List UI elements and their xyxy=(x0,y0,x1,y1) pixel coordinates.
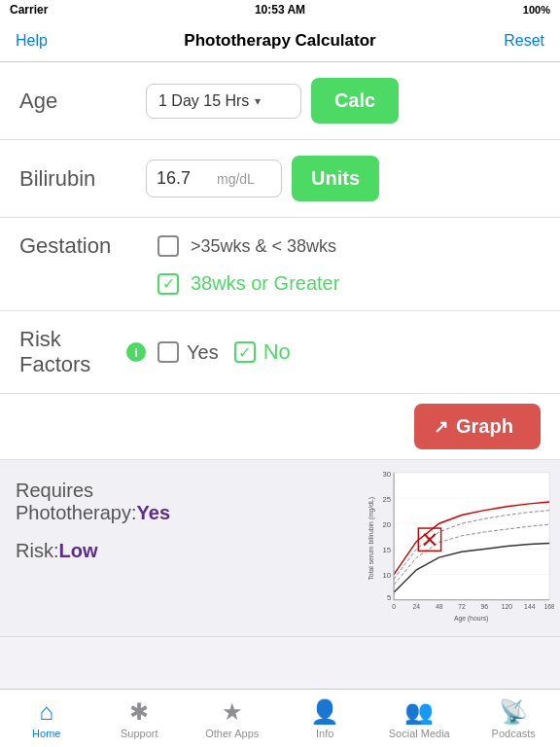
tab-other-apps[interactable]: ★ Other Apps xyxy=(203,698,262,739)
svg-text:10: 10 xyxy=(383,571,392,580)
gestation-section: Gestation >35wks & < 38wks ✓ 38wks or Gr… xyxy=(0,218,560,311)
svg-text:168: 168 xyxy=(543,603,554,610)
gestation-row-2: ✓ 38wks or Greater xyxy=(158,272,541,295)
svg-text:20: 20 xyxy=(383,520,392,529)
calc-button[interactable]: Calc xyxy=(311,78,399,124)
risk-row: Risk Factors i Yes ✓ No xyxy=(19,327,541,377)
risk-options: Yes ✓ No xyxy=(158,339,291,365)
gestation-option2-checkbox[interactable]: ✓ xyxy=(158,273,179,295)
nav-bar: Help Phototherapy Calculator Reset xyxy=(0,19,560,62)
podcasts-icon: 📡 xyxy=(499,698,528,726)
bilirubin-input-wrap: mg/dL xyxy=(146,160,282,197)
tab-podcasts-label: Podcasts xyxy=(492,728,536,739)
tab-info-label: Info xyxy=(316,728,333,739)
graph-label: Graph xyxy=(456,415,513,438)
svg-rect-0 xyxy=(394,473,549,600)
tab-other-apps-label: Other Apps xyxy=(205,728,259,739)
graph-button-row: ↗ Graph xyxy=(0,394,560,460)
support-icon: ✱ xyxy=(129,698,149,726)
gestation-option2-label: 38wks or Greater xyxy=(191,272,339,295)
tab-social-media-label: Social Media xyxy=(389,728,450,739)
page-title: Phototherapy Calculator xyxy=(184,31,375,51)
results-text: RequiresPhototherapy:Yes Risk:Low xyxy=(0,460,366,636)
bilirubin-controls: mg/dL Units xyxy=(146,156,541,201)
tab-support-label: Support xyxy=(121,728,158,739)
age-dropdown[interactable]: 1 Day 15 Hrs ▾ xyxy=(146,84,301,119)
tab-social-media[interactable]: 👥 Social Media xyxy=(389,698,450,739)
svg-text:24: 24 xyxy=(413,603,421,610)
phototherapy-value: Yes xyxy=(137,502,170,523)
age-value: 1 Day 15 Hrs xyxy=(158,92,249,110)
risk-yes-label: Yes xyxy=(187,341,219,364)
tab-podcasts[interactable]: 📡 Podcasts xyxy=(484,698,542,739)
svg-text:72: 72 xyxy=(458,603,466,610)
info-icon[interactable]: i xyxy=(126,342,146,362)
graph-icon: ↗ xyxy=(434,416,448,438)
bilirubin-row: Bilirubin mg/dL Units xyxy=(0,140,560,218)
time-label: 10:53 AM xyxy=(255,3,305,17)
gestation-option1-label: >35wks & < 38wks xyxy=(191,236,336,257)
risk-no-label: No xyxy=(263,339,291,365)
bilirubin-label: Bilirubin xyxy=(19,166,146,192)
age-controls: 1 Day 15 Hrs ▾ Calc xyxy=(146,78,541,124)
gestation-option1-checkbox[interactable] xyxy=(158,235,179,257)
svg-text:96: 96 xyxy=(480,603,488,610)
bilirubin-input[interactable] xyxy=(157,168,215,189)
risk-no-checkbox[interactable]: ✓ xyxy=(234,341,256,363)
chart-area: 30 25 20 15 10 5 0 24 48 72 96 120 144 1… xyxy=(366,460,560,636)
svg-text:48: 48 xyxy=(436,603,443,610)
svg-text:120: 120 xyxy=(502,603,513,610)
age-label: Age xyxy=(19,89,146,114)
main-content: Age 1 Day 15 Hrs ▾ Calc Bilirubin mg/dL … xyxy=(0,62,560,637)
battery-label: 100% xyxy=(523,4,550,16)
gestation-row-1: Gestation >35wks & < 38wks xyxy=(19,233,541,259)
phototherapy-result: RequiresPhototherapy:Yes xyxy=(16,480,350,524)
risk-yes-option: Yes xyxy=(158,341,219,364)
status-bar: Carrier 10:53 AM 100% xyxy=(0,0,560,19)
results-section: RequiresPhototherapy:Yes Risk:Low 30 25 … xyxy=(0,460,560,637)
svg-text:Age (hours): Age (hours) xyxy=(454,615,488,622)
social-media-icon: 👥 xyxy=(404,698,434,726)
bilirubin-chart: 30 25 20 15 10 5 0 24 48 72 96 120 144 1… xyxy=(366,466,554,630)
carrier-label: Carrier xyxy=(10,3,48,17)
info-tab-icon: 👤 xyxy=(310,698,339,726)
chevron-down-icon: ▾ xyxy=(255,94,261,108)
risk-value: Low xyxy=(58,540,97,561)
svg-text:0: 0 xyxy=(392,603,396,610)
risk-factors-label: Risk Factors xyxy=(19,327,122,377)
tab-home[interactable]: ⌂ Home xyxy=(18,698,76,739)
tab-info[interactable]: 👤 Info xyxy=(296,698,354,739)
home-icon: ⌂ xyxy=(40,698,54,726)
risk-result: Risk:Low xyxy=(16,540,350,562)
svg-text:30: 30 xyxy=(383,470,392,479)
svg-text:25: 25 xyxy=(383,495,392,504)
tab-support[interactable]: ✱ Support xyxy=(110,698,168,739)
risk-yes-checkbox[interactable] xyxy=(158,341,179,363)
other-apps-icon: ★ xyxy=(222,698,243,726)
risk-label-wrap: Risk Factors i xyxy=(19,327,146,377)
bilirubin-unit: mg/dL xyxy=(217,171,255,187)
svg-text:Total serum bilirubin (mg/dL): Total serum bilirubin (mg/dL) xyxy=(368,497,375,581)
units-button[interactable]: Units xyxy=(292,156,379,201)
tab-bar: ⌂ Home ✱ Support ★ Other Apps 👤 Info 👥 S… xyxy=(0,689,560,747)
age-row: Age 1 Day 15 Hrs ▾ Calc xyxy=(0,62,560,140)
gestation-label: Gestation xyxy=(19,233,146,259)
graph-button[interactable]: ↗ Graph xyxy=(414,404,541,449)
tab-home-label: Home xyxy=(32,728,60,739)
reset-button[interactable]: Reset xyxy=(504,32,544,50)
svg-text:144: 144 xyxy=(524,603,536,610)
help-button[interactable]: Help xyxy=(16,32,48,50)
svg-text:5: 5 xyxy=(387,593,391,602)
risk-no-option: ✓ No xyxy=(234,339,291,365)
risk-section: Risk Factors i Yes ✓ No xyxy=(0,311,560,394)
svg-text:15: 15 xyxy=(383,546,392,554)
